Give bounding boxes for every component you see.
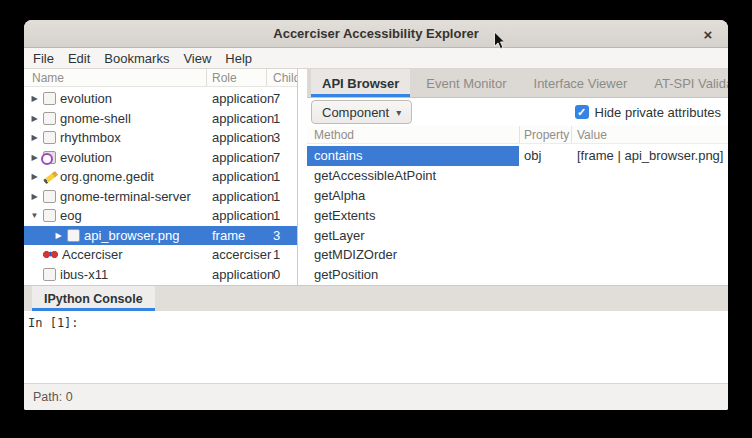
tree-row[interactable]: ▼eog application 1 xyxy=(24,206,297,226)
ipython-console-input[interactable]: In [1]: xyxy=(24,311,728,383)
tree-row-role: application xyxy=(206,91,266,106)
tree-row-name: rhythmbox xyxy=(60,130,121,145)
column-header-method[interactable]: Method xyxy=(307,126,519,143)
tree-row[interactable]: ▶gnome-shell application 1 xyxy=(24,109,297,129)
expander-collapsed-icon[interactable]: ▶ xyxy=(52,231,65,240)
method-row[interactable]: getPosition xyxy=(307,265,728,285)
method-name: getLayer xyxy=(307,225,519,245)
expander-collapsed-icon[interactable]: ▶ xyxy=(28,172,41,181)
tree-row-children: 0 xyxy=(266,267,297,282)
column-header-children[interactable]: Children xyxy=(266,69,297,86)
tree-row-role: application xyxy=(206,130,266,145)
blank-page-icon xyxy=(43,112,56,125)
tree-row-role: application xyxy=(206,150,266,165)
tab-event-monitor[interactable]: Event Monitor xyxy=(415,69,517,97)
frame-icon xyxy=(67,229,80,242)
method-row[interactable]: getLayer xyxy=(307,225,728,245)
statusbar: Path: 0 xyxy=(24,383,728,410)
method-row[interactable]: getAccessibleAtPoint xyxy=(307,166,728,186)
tree-row[interactable]: ibus-x11 application 0 xyxy=(24,265,297,285)
tree-row-role: frame xyxy=(206,228,266,243)
close-button[interactable]: × xyxy=(698,24,718,44)
tree-row-children: 1 xyxy=(266,208,297,223)
menu-file[interactable]: File xyxy=(26,51,61,66)
menu-help[interactable]: Help xyxy=(218,51,259,66)
tree-row[interactable]: ▶rhythmbox application 3 xyxy=(24,128,297,148)
tree-row-role: application xyxy=(206,111,266,126)
tree-row[interactable]: ▶gnome-terminal-server application 1 xyxy=(24,187,297,207)
plugin-tabbar: API Browser Event Monitor Interface View… xyxy=(307,69,728,98)
method-value: [frame | api_browser.png] xyxy=(571,146,728,166)
tree-row-name: evolution xyxy=(60,91,112,106)
expander-collapsed-icon[interactable]: ▶ xyxy=(28,133,41,142)
method-property xyxy=(519,205,571,225)
tab-ipython-console[interactable]: IPython Console xyxy=(32,286,155,311)
tree-row-name: org.gnome.gedit xyxy=(60,169,154,184)
hide-private-option[interactable]: ✓ Hide private attributes xyxy=(575,105,721,120)
tree-row[interactable]: ▶evolution application 7 xyxy=(24,89,297,109)
method-name: getPosition xyxy=(307,265,519,285)
column-header-value[interactable]: Value xyxy=(571,126,728,143)
tree-row-children: 7 xyxy=(266,91,297,106)
close-icon: × xyxy=(704,26,713,43)
tree-row-role: application xyxy=(206,189,266,204)
column-header-property[interactable]: Property xyxy=(519,126,571,143)
tree-row[interactable]: ▶evolution application 7 xyxy=(24,148,297,168)
chevron-down-icon: ▾ xyxy=(396,107,401,118)
method-property xyxy=(519,265,571,285)
method-value xyxy=(571,225,728,245)
tree-rows: ▶evolution application 7 ▶gnome-shell ap… xyxy=(24,87,297,285)
statusbar-path: Path: 0 xyxy=(33,390,73,404)
plugin-panel: API Browser Event Monitor Interface View… xyxy=(307,69,728,285)
tree-row-children: 1 xyxy=(266,111,297,126)
menu-edit[interactable]: Edit xyxy=(61,51,97,66)
tree-row[interactable]: ▶org.gnome.gedit application 1 xyxy=(24,167,297,187)
checkbox-checked-icon[interactable]: ✓ xyxy=(575,105,589,119)
hide-private-label: Hide private attributes xyxy=(595,105,721,120)
expander-collapsed-icon[interactable]: ▶ xyxy=(28,192,41,201)
accessible-tree-panel: Name Role Children ▶evolution applicatio… xyxy=(24,69,298,285)
method-row-selected[interactable]: contains obj [frame | api_browser.png] xyxy=(307,146,728,166)
method-value xyxy=(571,265,728,285)
tree-row-role: application xyxy=(206,267,266,282)
tree-row[interactable]: Accerciser accerciser 1 xyxy=(24,245,297,265)
tree-row-role: accerciser xyxy=(206,247,266,262)
tree-row-name: evolution xyxy=(60,150,112,165)
accerciser-icon xyxy=(43,248,58,261)
blank-page-icon xyxy=(43,268,56,281)
method-table: contains obj [frame | api_browser.png] g… xyxy=(307,144,728,285)
tab-api-browser[interactable]: API Browser xyxy=(311,69,410,97)
desktop-background: { "window": { "title": "Accerciser Acces… xyxy=(0,0,752,438)
console-tabbar: IPython Console xyxy=(24,285,728,311)
method-name: getMDIZOrder xyxy=(307,245,519,265)
method-row[interactable]: getMDIZOrder xyxy=(307,245,728,265)
tree-row-children: 3 xyxy=(266,228,297,243)
tree-row-selected[interactable]: ▶api_browser.png frame 3 xyxy=(24,226,297,246)
method-value xyxy=(571,166,728,186)
method-name: getAlpha xyxy=(307,186,519,206)
column-header-name[interactable]: Name xyxy=(24,69,206,86)
expander-collapsed-icon[interactable]: ▶ xyxy=(28,153,41,162)
method-property xyxy=(519,225,571,245)
menu-view[interactable]: View xyxy=(176,51,218,66)
main-area: Name Role Children ▶evolution applicatio… xyxy=(24,69,728,285)
tree-column-headers: Name Role Children xyxy=(24,69,297,87)
tab-at-spi-validator[interactable]: AT-SPI Validator xyxy=(643,69,728,97)
method-row[interactable]: getAlpha xyxy=(307,186,728,206)
expander-expanded-icon[interactable]: ▼ xyxy=(28,211,41,220)
titlebar[interactable]: Accerciser Accessibility Explorer × xyxy=(24,20,728,48)
method-row[interactable]: getExtents xyxy=(307,205,728,225)
expander-collapsed-icon[interactable]: ▶ xyxy=(28,94,41,103)
tab-interface-viewer[interactable]: Interface Viewer xyxy=(523,69,639,97)
menubar: File Edit Bookmarks View Help xyxy=(24,48,728,69)
method-value xyxy=(571,186,728,206)
panel-splitter[interactable] xyxy=(298,69,307,285)
interface-dropdown-button[interactable]: Component ▾ xyxy=(311,100,412,124)
method-table-headers: Method Property Value xyxy=(307,126,728,144)
column-header-role[interactable]: Role xyxy=(206,69,266,86)
api-browser-toolbar: Component ▾ ✓ Hide private attributes xyxy=(307,98,728,126)
expander-collapsed-icon[interactable]: ▶ xyxy=(28,114,41,123)
interface-dropdown-label: Component xyxy=(322,105,389,120)
tree-row-children: 1 xyxy=(266,189,297,204)
menu-bookmarks[interactable]: Bookmarks xyxy=(97,51,176,66)
